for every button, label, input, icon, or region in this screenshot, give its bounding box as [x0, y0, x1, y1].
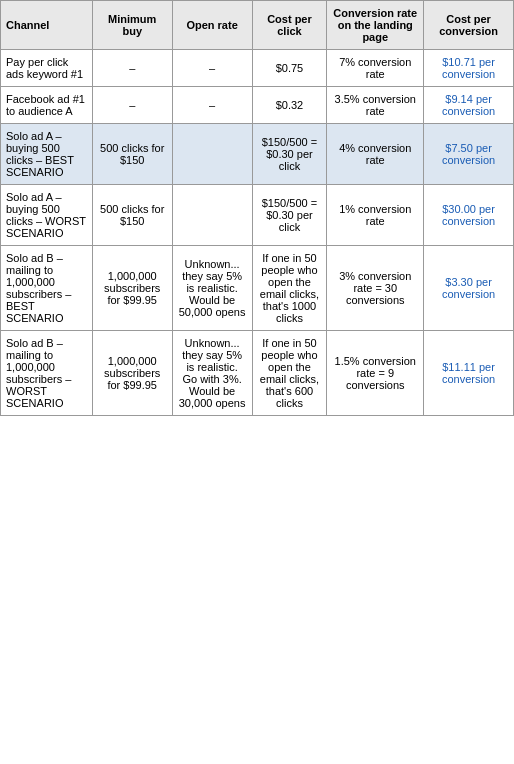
row-4-open-rate: Unknown... they say 5% is realistic. Wou…: [172, 246, 252, 331]
header-channel: Channel: [1, 1, 93, 50]
row-3-min-buy: 500 clicks for $150: [92, 185, 172, 246]
header-open-rate: Open rate: [172, 1, 252, 50]
row-0-cost-per-conv: $10.71 per conversion: [424, 50, 514, 87]
row-4-channel: Solo ad B – mailing to 1,000,000 subscri…: [1, 246, 93, 331]
row-3-open-rate: [172, 185, 252, 246]
row-5-cost-per-conv: $11.11 per conversion: [424, 331, 514, 416]
row-3-cost-per-click: $150/500 = $0.30 per click: [252, 185, 327, 246]
row-1-cost-per-conv: $9.14 per conversion: [424, 87, 514, 124]
header-cost-per-click: Cost per click: [252, 1, 327, 50]
row-1-conv-rate: 3.5% conversion rate: [327, 87, 424, 124]
row-4-conv-rate: 3% conversion rate = 30 conversions: [327, 246, 424, 331]
row-0-min-buy: –: [92, 50, 172, 87]
row-3-channel: Solo ad A – buying 500 clicks – WORST SC…: [1, 185, 93, 246]
row-2-open-rate: [172, 124, 252, 185]
row-0-open-rate: –: [172, 50, 252, 87]
row-3-cost-per-conv: $30.00 per conversion: [424, 185, 514, 246]
row-0-channel: Pay per click ads keyword #1: [1, 50, 93, 87]
row-5-min-buy: 1,000,000 subscribers for $99.95: [92, 331, 172, 416]
row-0-cost-per-click: $0.75: [252, 50, 327, 87]
row-3-conv-rate: 1% conversion rate: [327, 185, 424, 246]
row-0-conv-rate: 7% conversion rate: [327, 50, 424, 87]
header-min-buy: Minimum buy: [92, 1, 172, 50]
row-2-conv-rate: 4% conversion rate: [327, 124, 424, 185]
row-5-conv-rate: 1.5% conversion rate = 9 conversions: [327, 331, 424, 416]
row-1-channel: Facebook ad #1 to audience A: [1, 87, 93, 124]
row-4-cost-per-conv: $3.30 per conversion: [424, 246, 514, 331]
row-2-cost-per-click: $150/500 = $0.30 per click: [252, 124, 327, 185]
row-5-cost-per-click: If one in 50 people who open the email c…: [252, 331, 327, 416]
row-5-open-rate: Unknown... they say 5% is realistic. Go …: [172, 331, 252, 416]
header-cost-per-conv: Cost per conversion: [424, 1, 514, 50]
row-5-channel: Solo ad B – mailing to 1,000,000 subscri…: [1, 331, 93, 416]
comparison-table: Channel Minimum buy Open rate Cost per c…: [0, 0, 514, 416]
header-conv-rate: Conversion rate on the landing page: [327, 1, 424, 50]
row-1-open-rate: –: [172, 87, 252, 124]
row-4-min-buy: 1,000,000 subscribers for $99.95: [92, 246, 172, 331]
row-2-min-buy: 500 clicks for $150: [92, 124, 172, 185]
row-2-cost-per-conv: $7.50 per conversion: [424, 124, 514, 185]
row-1-min-buy: –: [92, 87, 172, 124]
row-2-channel: Solo ad A – buying 500 clicks – BEST SCE…: [1, 124, 93, 185]
row-4-cost-per-click: If one in 50 people who open the email c…: [252, 246, 327, 331]
row-1-cost-per-click: $0.32: [252, 87, 327, 124]
